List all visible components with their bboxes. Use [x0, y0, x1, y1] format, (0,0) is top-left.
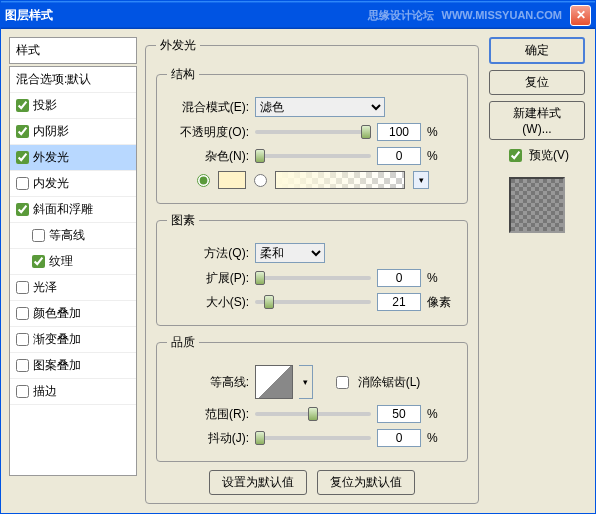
action-panel: 确定 复位 新建样式(W)... 预览(V)	[487, 37, 587, 505]
style-label: 描边	[33, 383, 57, 400]
style-checkbox[interactable]	[16, 203, 29, 216]
panel-title: 外发光	[156, 37, 200, 54]
style-item-0[interactable]: 投影	[10, 93, 136, 119]
antialias-checkbox[interactable]	[336, 376, 349, 389]
style-item-1[interactable]: 内阴影	[10, 119, 136, 145]
style-item-8[interactable]: 颜色叠加	[10, 301, 136, 327]
preview-checkbox[interactable]	[509, 149, 522, 162]
style-checkbox[interactable]	[16, 333, 29, 346]
noise-input[interactable]	[377, 147, 421, 165]
style-item-7[interactable]: 光泽	[10, 275, 136, 301]
solid-color-radio[interactable]	[197, 174, 210, 187]
jitter-slider[interactable]	[255, 436, 371, 440]
antialias-label: 消除锯齿(L)	[358, 374, 421, 391]
close-icon[interactable]: ✕	[570, 5, 591, 26]
style-label: 渐变叠加	[33, 331, 81, 348]
noise-label: 杂色(N):	[167, 148, 249, 165]
range-slider[interactable]	[255, 412, 371, 416]
style-label: 内发光	[33, 175, 69, 192]
style-checkbox[interactable]	[16, 359, 29, 372]
reset-default-button[interactable]: 复位为默认值	[317, 470, 415, 495]
style-checkbox[interactable]	[16, 307, 29, 320]
range-input[interactable]	[377, 405, 421, 423]
spread-slider[interactable]	[255, 276, 371, 280]
style-checkbox[interactable]	[32, 255, 45, 268]
opacity-input[interactable]	[377, 123, 421, 141]
gradient-radio[interactable]	[254, 174, 267, 187]
size-slider[interactable]	[255, 300, 371, 304]
size-label: 大小(S):	[167, 294, 249, 311]
style-checkbox[interactable]	[16, 125, 29, 138]
style-label: 外发光	[33, 149, 69, 166]
style-list: 混合选项:默认 投影内阴影外发光内发光斜面和浮雕等高线纹理光泽颜色叠加渐变叠加图…	[9, 66, 137, 476]
elements-group: 图素 方法(Q): 柔和 扩展(P): % 大小(S):	[156, 212, 468, 326]
preview-thumbnail	[509, 177, 565, 233]
size-input[interactable]	[377, 293, 421, 311]
styles-sidebar: 样式 混合选项:默认 投影内阴影外发光内发光斜面和浮雕等高线纹理光泽颜色叠加渐变…	[9, 37, 137, 505]
layer-style-dialog: 图层样式 思缘设计论坛 WWW.MISSYUAN.COM ✕ 样式 混合选项:默…	[0, 0, 596, 514]
style-label: 内阴影	[33, 123, 69, 140]
style-item-5[interactable]: 等高线	[10, 223, 136, 249]
contour-dropdown-icon[interactable]: ▾	[299, 365, 313, 399]
style-label: 光泽	[33, 279, 57, 296]
style-item-4[interactable]: 斜面和浮雕	[10, 197, 136, 223]
spread-input[interactable]	[377, 269, 421, 287]
opacity-slider[interactable]	[255, 130, 371, 134]
cancel-button[interactable]: 复位	[489, 70, 585, 95]
style-checkbox[interactable]	[16, 99, 29, 112]
preview-label: 预览(V)	[529, 147, 569, 164]
styles-header: 样式	[9, 37, 137, 64]
style-item-11[interactable]: 描边	[10, 379, 136, 405]
structure-group: 结构 混合模式(E): 滤色 不透明度(O): % 杂色(N)	[156, 66, 468, 204]
blend-mode-label: 混合模式(E):	[167, 99, 249, 116]
style-item-10[interactable]: 图案叠加	[10, 353, 136, 379]
make-default-button[interactable]: 设置为默认值	[209, 470, 307, 495]
blend-options-item[interactable]: 混合选项:默认	[10, 67, 136, 93]
quality-group: 品质 等高线: ▾ 消除锯齿(L) 范围(R): %	[156, 334, 468, 462]
contour-label: 等高线:	[167, 374, 249, 391]
ok-button[interactable]: 确定	[489, 37, 585, 64]
range-label: 范围(R):	[167, 406, 249, 423]
color-swatch[interactable]	[218, 171, 246, 189]
style-label: 等高线	[49, 227, 85, 244]
watermark-text: 思缘设计论坛	[368, 8, 434, 23]
style-label: 斜面和浮雕	[33, 201, 93, 218]
style-item-3[interactable]: 内发光	[10, 171, 136, 197]
outer-glow-group: 外发光 结构 混合模式(E): 滤色 不透明度(O): %	[145, 37, 479, 504]
style-label: 图案叠加	[33, 357, 81, 374]
window-title: 图层样式	[5, 7, 53, 24]
opacity-label: 不透明度(O):	[167, 124, 249, 141]
noise-slider[interactable]	[255, 154, 371, 158]
blend-mode-select[interactable]: 滤色	[255, 97, 385, 117]
style-checkbox[interactable]	[16, 385, 29, 398]
titlebar: 图层样式 思缘设计论坛 WWW.MISSYUAN.COM ✕	[1, 1, 595, 29]
style-item-2[interactable]: 外发光	[10, 145, 136, 171]
settings-panel: 外发光 结构 混合模式(E): 滤色 不透明度(O): %	[145, 37, 479, 505]
style-item-9[interactable]: 渐变叠加	[10, 327, 136, 353]
watermark-url: WWW.MISSYUAN.COM	[442, 9, 562, 21]
contour-picker[interactable]	[255, 365, 293, 399]
style-label: 纹理	[49, 253, 73, 270]
style-label: 颜色叠加	[33, 305, 81, 322]
style-checkbox[interactable]	[16, 177, 29, 190]
gradient-dropdown-icon[interactable]: ▾	[413, 171, 429, 189]
style-checkbox[interactable]	[16, 281, 29, 294]
jitter-label: 抖动(J):	[167, 430, 249, 447]
gradient-preview[interactable]	[275, 171, 405, 189]
new-style-button[interactable]: 新建样式(W)...	[489, 101, 585, 140]
style-label: 投影	[33, 97, 57, 114]
style-checkbox[interactable]	[16, 151, 29, 164]
technique-select[interactable]: 柔和	[255, 243, 325, 263]
technique-label: 方法(Q):	[167, 245, 249, 262]
style-item-6[interactable]: 纹理	[10, 249, 136, 275]
jitter-input[interactable]	[377, 429, 421, 447]
spread-label: 扩展(P):	[167, 270, 249, 287]
style-checkbox[interactable]	[32, 229, 45, 242]
